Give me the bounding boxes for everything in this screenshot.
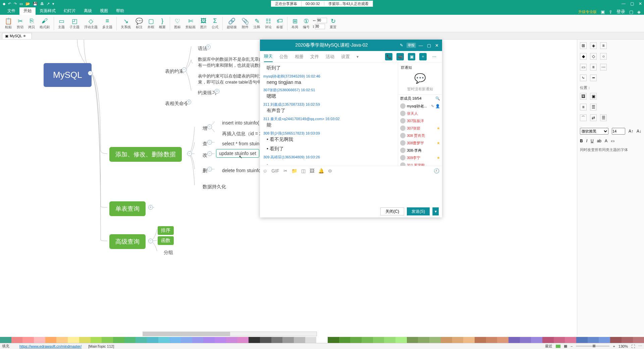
color-swatch[interactable] [203,337,215,343]
expander-icon[interactable]: + [215,89,219,94]
expander-icon[interactable]: − [182,67,186,72]
fmt-spacing-icon[interactable]: ⇄ [590,114,597,121]
fmt-line-icon[interactable]: ≡ [590,64,597,70]
expander-icon[interactable]: − [207,124,212,129]
number-button[interactable]: ①编号 [301,17,312,30]
node-del1[interactable]: delete from stuinfo [217,166,265,175]
qat-more-icon[interactable]: ▾ [52,2,54,6]
color-swatch[interactable] [56,337,68,343]
view-icon[interactable]: ▦ [564,344,567,348]
emoji-icon[interactable]: ☺ [263,168,267,173]
menu-pagestyle[interactable]: 页面样式 [36,7,60,15]
status-url[interactable]: https://www.edrawsoft.cn/mindmaster/ [19,344,82,348]
node-sort[interactable]: 排序 [158,226,174,235]
color-swatch[interactable] [124,337,136,343]
color-swatch[interactable] [192,337,204,343]
code-icon[interactable]: ◫ [301,168,306,173]
font-inc-icon[interactable]: A↑ [629,129,633,134]
fmt-justify-icon[interactable]: ☰ [590,104,597,110]
color-swatch[interactable] [463,337,475,343]
width-input[interactable] [317,18,327,23]
review-button[interactable]: ☷评论 [263,17,274,30]
expander-icon[interactable]: − [207,167,212,171]
chat-messages[interactable]: 听到了mysql孙老师(372845269) 16:02:46neng ting… [260,62,398,166]
color-swatch[interactable] [497,337,508,343]
color-swatch[interactable] [452,337,464,343]
reset-button[interactable]: ↻重置 [328,17,338,30]
node-single[interactable]: 单表查询 [109,201,146,216]
node-sel1[interactable]: select * from stuin [217,139,264,148]
color-swatch[interactable] [147,337,158,343]
fmt-img-icon[interactable]: 🖼 [580,93,587,100]
node-crud[interactable]: 添加、修改、删除数据 [109,147,182,162]
chevron-down-icon[interactable]: ▾ [357,54,359,59]
node-group[interactable]: 分组 [159,248,178,258]
menu-advanced[interactable]: 高级 [80,7,96,15]
color-swatch[interactable] [384,337,395,343]
expander-icon[interactable]: − [187,151,192,156]
tag-button[interactable]: 🏷标签 [274,17,285,30]
expander-icon[interactable]: + [206,45,211,49]
share-screen-icon[interactable]: ▣ [408,53,415,60]
color-swatch[interactable] [11,337,23,343]
color-swatch[interactable] [181,337,192,343]
callout-button[interactable]: 💬标注 [133,17,145,30]
color-swatch[interactable] [622,337,633,343]
fmt-style-icon[interactable]: ◈ [590,42,597,49]
font-dec-icon[interactable]: A↓ [637,129,641,134]
comment-button[interactable]: ✎注释 [252,17,262,30]
node-adv[interactable]: 高级查询 [109,234,146,249]
export-icon[interactable]: ↗ [47,2,50,6]
color-swatch[interactable] [486,337,497,343]
color-swatch[interactable] [565,337,576,343]
highlight-icon[interactable]: ▭ [611,139,614,143]
expander-icon[interactable]: + [186,100,191,104]
color-swatch[interactable] [282,337,294,343]
icon-button[interactable]: ♡图标 [172,17,183,30]
doc-tab-mysql[interactable]: ▣ MySQL [2,33,32,39]
color-swatch[interactable] [599,337,610,343]
cloud-icon[interactable]: ▣ [601,9,605,14]
color-swatch[interactable] [316,337,328,343]
color-swatch[interactable] [45,337,57,343]
font-select[interactable]: 微软雅黑 [580,128,608,135]
node-upd1[interactable]: update stuinfo set [216,149,259,158]
gif-icon[interactable]: GIF [271,168,279,173]
color-swatch[interactable] [554,337,565,343]
underline-icon[interactable]: U [591,139,594,143]
tab-setting[interactable]: 设置 [341,52,350,62]
new-icon[interactable]: ▭ [19,2,23,6]
chat-input[interactable] [260,175,442,205]
tab-activity[interactable]: 活动 [326,52,334,62]
clipart-button[interactable]: ✄剪贴画 [183,17,198,30]
fmt-fill-icon[interactable]: ◆ [580,53,587,60]
fit-icon[interactable]: ⛶ [631,344,635,348]
tab-chat[interactable]: 聊天 [264,51,273,62]
search-member-icon[interactable]: 🔍 [435,96,440,101]
chat-max-icon[interactable]: ▢ [427,43,431,48]
hyperlink-button[interactable]: 🔗超链接 [225,17,239,30]
paste-button[interactable]: 📋粘贴 [3,17,14,30]
attach-button[interactable]: 📎附件 [239,17,251,30]
fmt-curve-icon[interactable]: ⌒ [580,114,587,121]
node-add2[interactable]: 再插入信息（id = 2 [217,129,267,139]
close-icon[interactable]: ✕ [639,1,642,6]
member-item[interactable]: 张天人 [398,110,442,117]
undo-icon[interactable]: ↶ [8,2,11,6]
member-item[interactable]: 309李宁★ [398,154,442,161]
member-item[interactable]: 311 罗宇航 [398,161,442,166]
fmt-dash-icon[interactable]: ⋯ [600,64,607,70]
color-swatch[interactable] [542,337,554,343]
recent-color-swatch[interactable] [556,345,560,348]
subtopic-button[interactable]: ◰子主题 [67,17,82,30]
color-swatch[interactable] [395,337,407,343]
color-swatch[interactable] [79,337,91,343]
member-item[interactable]: 308曹梦宇★ [398,139,442,147]
more-tool-icon[interactable]: ⊖ [328,168,332,173]
fmt-list-icon[interactable]: ☰ [600,114,607,121]
tab-file[interactable]: 文件 [310,52,319,62]
member-item[interactable]: 307陈振洋 [398,117,442,124]
node-root[interactable]: MySQL [44,63,92,87]
fmt-border-icon[interactable]: ▭ [580,64,587,70]
color-swatch[interactable] [136,337,147,343]
